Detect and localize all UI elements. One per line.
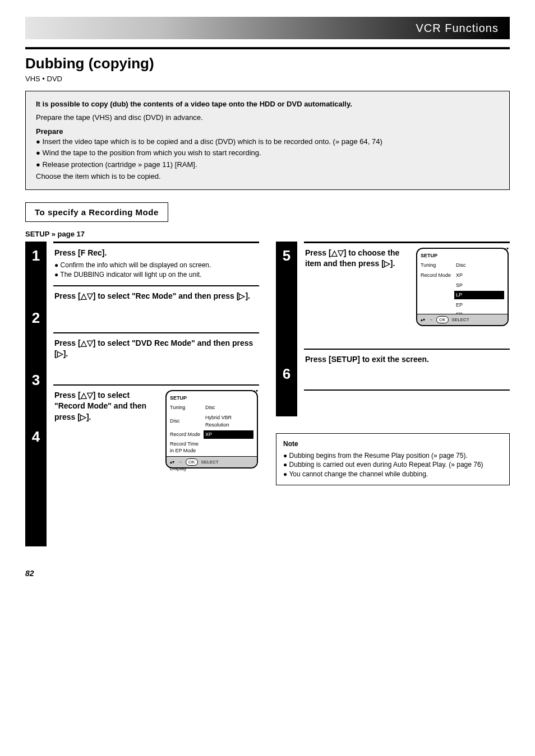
note-line: ● You cannot change the channel while du… (283, 470, 502, 479)
step: SETUP TuningDisc Record ModeXP SP LP ▴▾ … (304, 242, 510, 349)
step-title: Press [SETUP] to exit the screen. (305, 354, 509, 365)
osd-wrap: SETUP TuningDisc Record ModeXP SP LP ▴▾ … (416, 248, 509, 326)
osd-header: SETUP (421, 252, 504, 259)
step-number: 2 (25, 309, 47, 327)
step-rail: 5 6 (276, 242, 297, 416)
triangle-up-icon (81, 291, 87, 300)
note-text: Dubbing begins from the Resume Play posi… (289, 452, 468, 460)
footer-nav-icon: ▴▾ (421, 317, 425, 323)
osd-row: SP (421, 281, 504, 290)
bullet-text: Wind the tape to the position from which… (42, 149, 261, 157)
step-number: 1 (25, 247, 47, 265)
page-title: Dubbing (copying) (25, 55, 510, 72)
triangle-right-icon (239, 291, 245, 300)
osd-row: TuningDisc (421, 261, 504, 270)
triangle-down-icon (338, 248, 344, 257)
section-label: VCR Functions (416, 22, 499, 35)
osd-row-selected: Record Mode XP ▴▾ (170, 430, 253, 439)
note-text: You cannot change the channel while dubb… (289, 470, 428, 478)
ok-icon: OK (436, 316, 449, 323)
osd-header: SETUP (170, 395, 253, 402)
osd-wrap: SETUP TuningDisc DiscHybrid VBR Resoluti… (165, 390, 258, 469)
note-line: ● Dubbing is carried out even during Aut… (283, 460, 502, 470)
columns: 1 2 3 4 Press [F Rec]. ● Confirm the inf… (25, 242, 510, 546)
triangle-down-icon (87, 338, 93, 347)
osd-footer: ▴▾ → OK SELECT (417, 314, 508, 325)
rule (25, 47, 510, 49)
osd-label: Record Mode (170, 431, 204, 438)
step-number: 6 (276, 365, 297, 383)
step-number: 3 (25, 372, 47, 389)
section-header-light (25, 17, 161, 39)
section-header-dark: VCR Functions (161, 17, 510, 39)
note-text: Dubbing is carried out even during Auto … (289, 461, 483, 469)
note-title: Note (283, 439, 502, 449)
step: Press [SETUP] to exit the screen. (304, 349, 510, 391)
prepare-bullet: ● Release protection (cartridge » page 1… (36, 160, 499, 170)
step-rail: 1 2 3 4 (25, 242, 47, 546)
osd-val: XP (454, 271, 504, 280)
triangle-up-icon (81, 391, 87, 400)
osd-val-selected: LP (454, 291, 504, 299)
footer-nav-icon: ▴▾ (170, 459, 174, 465)
osd-screen: SETUP TuningDisc Record ModeXP SP LP ▴▾ … (416, 248, 509, 326)
osd-val: Disc (454, 261, 504, 270)
osd-footer-label: SELECT (201, 459, 219, 465)
sel-arrows-icon: ▴▾ (253, 389, 258, 393)
step-title: Press [F Rec]. (54, 248, 258, 259)
page-subtitle: VHS • DVD (25, 75, 510, 83)
osd-val-selected: XP (204, 430, 253, 439)
osd-row: EP (421, 301, 504, 309)
prepare-title: Prepare (36, 127, 63, 136)
osd-label: Tuning (170, 404, 204, 411)
left-column: 1 2 3 4 Press [F Rec]. ● Confirm the inf… (25, 242, 259, 546)
osd-val: Disc (204, 403, 253, 412)
steps-right: 5 6 SETUP TuningDisc Record ModeXP SP (276, 242, 510, 416)
osd-row: TuningDisc (170, 403, 253, 412)
bullet-text: Release protection (cartridge » page 11)… (42, 160, 197, 169)
setup-link-text: SETUP » page 17 (25, 230, 85, 238)
step-body-col: Press [F Rec]. ● Confirm the info which … (53, 242, 259, 546)
osd-val: SP (454, 281, 504, 290)
osd-row: Record ModeXP (421, 271, 504, 280)
osd-row: Record Time in EP Mode (170, 440, 253, 454)
intro-body: Prepare the tape (VHS) and disc (DVD) in… (36, 113, 499, 123)
step-title: Press [] to select "Rec Mode" and then p… (54, 291, 258, 302)
section-header-bar: VCR Functions (25, 17, 510, 39)
note-box: Note ● Dubbing begins from the Resume Pl… (276, 433, 510, 485)
triangle-right-icon (57, 349, 63, 358)
sel-arrows-icon: ▴▾ (504, 247, 509, 251)
step-number: 4 (25, 428, 47, 446)
setup-link: SETUP » page 17 (25, 230, 510, 238)
osd-label: Tuning (421, 262, 454, 269)
steps-left: 1 2 3 4 Press [F Rec]. ● Confirm the inf… (25, 242, 259, 546)
triangle-down-icon (87, 391, 93, 400)
step: Press [F Rec]. ● Confirm the info which … (53, 242, 259, 285)
record-mode-label: To specify a Recording Mode (35, 207, 159, 217)
ok-icon: OK (186, 458, 198, 466)
intro-bold: It is possible to copy (dub) the content… (36, 99, 499, 109)
osd-label: Record Time in EP Mode (170, 440, 204, 454)
step-title: Press [] to select "DVD Rec Mode" and th… (54, 338, 258, 360)
step-note: ● The DUBBING indicator will light up on… (54, 270, 258, 280)
osd-row-selected: LP ▴▾ (421, 291, 504, 299)
osd-label: Record Mode (421, 272, 454, 279)
osd-footer-label: SELECT (452, 317, 469, 323)
page: VCR Functions Dubbing (copying) VHS • DV… (0, 0, 535, 600)
step: Press [] to select "DVD Rec Mode" and th… (53, 332, 259, 384)
right-column: 5 6 SETUP TuningDisc Record ModeXP SP (276, 242, 510, 546)
step-note: ● Confirm the info which will be display… (54, 261, 258, 270)
page-number: 82 (25, 569, 510, 578)
triangle-right-icon (80, 412, 86, 421)
triangle-up-icon (331, 248, 338, 257)
triangle-down-icon (87, 291, 93, 300)
triangle-up-icon (81, 338, 87, 347)
osd-val: Hybrid VBR Resolution (204, 414, 253, 429)
note-line: ● Dubbing begins from the Resume Play po… (283, 451, 502, 461)
osd-label: Disc (170, 418, 204, 425)
intro-box: It is possible to copy (dub) the content… (25, 91, 510, 190)
prepare-bullet: ● Insert the video tape which is to be c… (36, 137, 499, 147)
step-body-col: SETUP TuningDisc Record ModeXP SP LP ▴▾ … (304, 242, 510, 416)
intro-choose: Choose the item which is to be copied. (36, 171, 499, 182)
step-number: 5 (276, 247, 297, 265)
